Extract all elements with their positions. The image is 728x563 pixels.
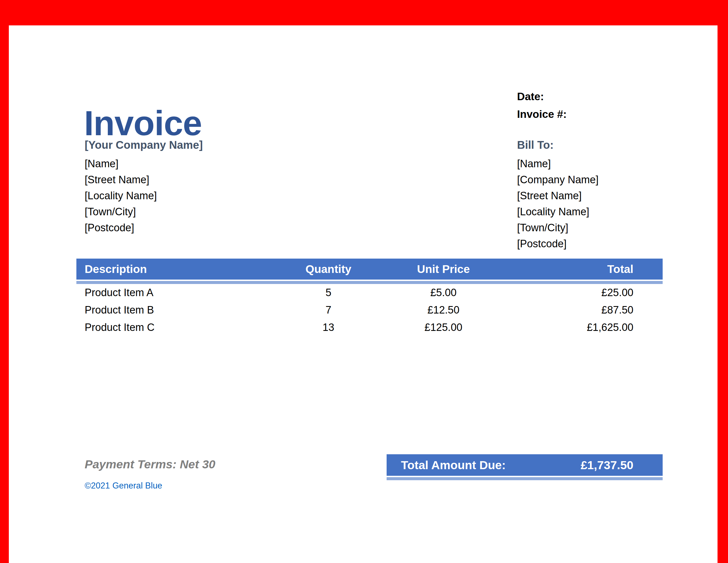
cell-quantity: 5 bbox=[283, 287, 374, 299]
cell-unit-price: £125.00 bbox=[374, 322, 513, 334]
table-row: Product Item B 7 £12.50 £87.50 bbox=[76, 302, 663, 319]
cell-quantity: 13 bbox=[283, 322, 374, 334]
bill-to-town-city: [Town/City] bbox=[517, 220, 599, 236]
total-amount-bar: Total Amount Due: £1,737.50 bbox=[387, 454, 663, 476]
cell-description: Product Item B bbox=[76, 304, 283, 316]
page-edge-red-right bbox=[718, 0, 728, 563]
invoice-number-label: Invoice #: bbox=[517, 105, 567, 123]
table-header-accent-strip bbox=[76, 281, 663, 284]
cell-total: £25.00 bbox=[513, 287, 663, 299]
bill-to-block: Bill To: [Name] [Company Name] [Street N… bbox=[517, 137, 599, 252]
page-title: Invoice bbox=[84, 106, 202, 141]
cell-description: Product Item C bbox=[76, 322, 283, 334]
cell-description: Product Item A bbox=[76, 287, 283, 299]
header-total: Total bbox=[513, 263, 663, 276]
total-bar-accent-strip bbox=[387, 477, 663, 480]
cell-unit-price: £5.00 bbox=[374, 287, 513, 299]
company-address-block: [Your Company Name] [Name] [Street Name]… bbox=[85, 137, 203, 236]
cell-quantity: 7 bbox=[283, 304, 374, 316]
line-items-table: Description Quantity Unit Price Total Pr… bbox=[76, 258, 663, 336]
company-locality: [Locality Name] bbox=[85, 188, 203, 204]
company-street: [Street Name] bbox=[85, 172, 203, 188]
total-amount-label: Total Amount Due: bbox=[387, 458, 506, 472]
table-row: Product Item C 13 £125.00 £1,625.00 bbox=[76, 319, 663, 336]
company-town-city: [Town/City] bbox=[85, 204, 203, 220]
total-amount-value: £1,737.50 bbox=[581, 458, 663, 472]
page-edge-red-left bbox=[0, 0, 9, 563]
page-edge-red-top bbox=[0, 0, 728, 25]
invoice-meta: Date: Invoice #: bbox=[517, 88, 567, 123]
bill-to-company: [Company Name] bbox=[517, 172, 599, 188]
bill-to-locality: [Locality Name] bbox=[517, 204, 599, 220]
payment-terms-text: Payment Terms: Net 30 bbox=[85, 458, 215, 471]
company-contact-name: [Name] bbox=[85, 156, 203, 172]
company-name: [Your Company Name] bbox=[85, 137, 203, 153]
total-amount-section: Total Amount Due: £1,737.50 bbox=[387, 454, 663, 480]
copyright-link[interactable]: ©2021 General Blue bbox=[85, 481, 162, 491]
header-description: Description bbox=[76, 263, 283, 276]
bill-to-postcode: [Postcode] bbox=[517, 236, 599, 252]
table-header-row: Description Quantity Unit Price Total bbox=[76, 258, 663, 279]
table-row: Product Item A 5 £5.00 £25.00 bbox=[76, 284, 663, 302]
company-postcode: [Postcode] bbox=[85, 220, 203, 236]
cell-total: £1,625.00 bbox=[513, 322, 663, 334]
header-quantity: Quantity bbox=[283, 263, 374, 276]
bill-to-street: [Street Name] bbox=[517, 188, 599, 204]
bill-to-label: Bill To: bbox=[517, 137, 599, 153]
header-unit-price: Unit Price bbox=[374, 263, 513, 276]
date-label: Date: bbox=[517, 88, 567, 105]
cell-unit-price: £12.50 bbox=[374, 304, 513, 316]
bill-to-name: [Name] bbox=[517, 156, 599, 172]
invoice-page: { "header": { "title": "Invoice", "date_… bbox=[0, 0, 728, 563]
cell-total: £87.50 bbox=[513, 304, 663, 316]
